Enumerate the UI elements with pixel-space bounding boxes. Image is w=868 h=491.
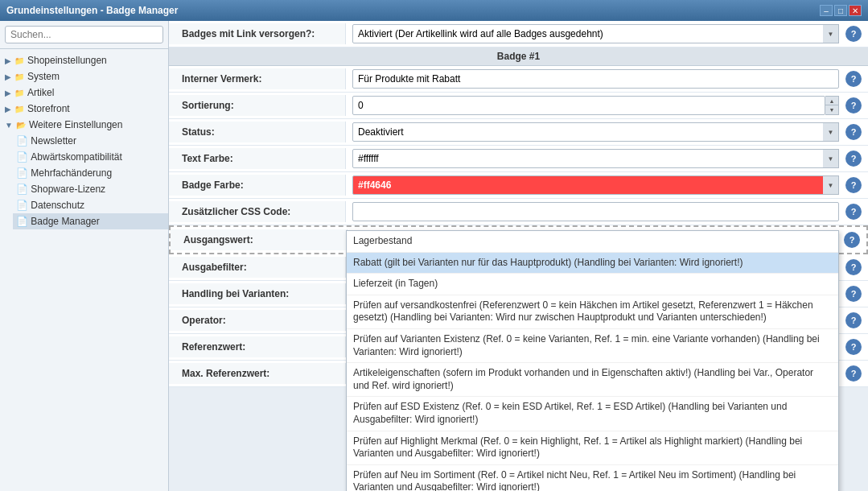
sidebar-label-datenschutz: Datenschutz — [31, 200, 84, 211]
dropdown-item-lagerbestand[interactable]: Lagerbestand — [347, 231, 838, 253]
doc-icon: 📄 — [16, 151, 28, 163]
expand-icon: ▶ — [5, 56, 11, 65]
close-button[interactable]: ✕ — [849, 5, 862, 16]
sidebar-item-shopeinstellungen[interactable]: ▶ 📁 Shopeinstellungen — [0, 52, 168, 68]
css-code-control: ? — [346, 199, 868, 225]
interner-vermerk-input[interactable] — [352, 69, 839, 89]
dropdown-item-rabatt[interactable]: Rabatt (gilt bei Varianten nur für das H… — [347, 253, 838, 274]
text-farbe-display — [352, 149, 839, 168]
text-farbe-input-wrapper: ▼ — [352, 149, 839, 168]
dropdown-item-varianten-existenz[interactable]: Prüfen auf Varianten Existenz (Ref. 0 = … — [347, 329, 838, 363]
sortierung-control: ▲ ▼ ? — [346, 93, 868, 118]
sidebar-item-newsletter[interactable]: 📄 Newsletter — [13, 133, 168, 149]
spin-up[interactable]: ▲ — [825, 97, 838, 105]
badges-link-help[interactable]: ? — [845, 26, 862, 42]
sidebar-tree: ▶ 📁 Shopeinstellungen ▶ 📁 System ▶ 📁 Art… — [0, 49, 168, 233]
text-farbe-help[interactable]: ? — [845, 151, 862, 167]
max-referenzwert-help[interactable]: ? — [845, 365, 862, 382]
css-code-help[interactable]: ? — [845, 204, 862, 220]
text-farbe-input[interactable] — [358, 153, 833, 164]
dropdown-item-lieferzeit[interactable]: Lieferzeit (in Tagen) — [347, 274, 838, 295]
sidebar-label-lizenz: Shopware-Lizenz — [31, 184, 105, 195]
dropdown-item-versandkostenfrei[interactable]: Prüfen auf versandkostenfrei (Referenzwe… — [347, 295, 838, 329]
maximize-button[interactable]: □ — [834, 5, 847, 16]
window-title: Grundeinstellungen - Badge Manager — [6, 5, 178, 16]
css-code-row: Zusätzlicher CSS Code: ? — [169, 199, 868, 225]
search-input[interactable] — [5, 26, 163, 43]
minimize-button[interactable]: – — [820, 5, 833, 16]
badge-farbe-arrow[interactable]: ▼ — [823, 175, 839, 195]
sidebar-item-abwaerts[interactable]: 📄 Abwärtskompatibilität — [13, 149, 168, 165]
expand-icon: ▶ — [5, 72, 11, 81]
dropdown-item-esd-existenz[interactable]: Prüfen auf ESD Existenz (Ref. 0 = kein E… — [347, 397, 838, 431]
status-control: Deaktiviert ▼ ? — [346, 119, 868, 145]
sortierung-input[interactable] — [352, 96, 825, 115]
handling-label: Handling bei Varianten: — [169, 283, 346, 304]
interner-vermerk-help[interactable]: ? — [845, 71, 862, 87]
badges-link-row: Badges mit Link versorgen?: Aktiviert (D… — [169, 21, 868, 47]
title-bar: Grundeinstellungen - Badge Manager – □ ✕ — [0, 0, 868, 21]
badge-farbe-input-wrapper: ▼ — [352, 175, 839, 195]
ausgabefilter-help[interactable]: ? — [845, 259, 862, 275]
badge-farbe-input[interactable] — [358, 179, 833, 191]
badge-section-header: Badge #1 — [169, 47, 868, 66]
badge-farbe-display — [352, 175, 839, 195]
operator-label: Operator: — [169, 310, 346, 331]
sidebar-item-weitere[interactable]: ▼ 📂 Weitere Einstellungen — [0, 117, 168, 133]
dropdown-item-artikeleigenschaften[interactable]: Artikeleigenschaften (sofern im Produkt … — [347, 363, 838, 397]
status-row: Status: Deaktiviert ▼ ? — [169, 119, 868, 146]
badges-link-arrow[interactable]: ▼ — [823, 24, 839, 43]
text-farbe-arrow[interactable]: ▼ — [823, 149, 839, 168]
sidebar-label-abwaerts: Abwärtskompatibilität — [31, 151, 121, 163]
folder-icon: 📁 — [14, 72, 24, 81]
referenzwert-help[interactable]: ? — [845, 339, 862, 355]
status-select-wrapper: Deaktiviert ▼ — [352, 122, 839, 142]
badge-farbe-help[interactable]: ? — [845, 177, 862, 193]
badge-farbe-control: ▼ ? — [346, 172, 868, 198]
sidebar-item-lizenz[interactable]: 📄 Shopware-Lizenz — [13, 181, 168, 197]
status-label: Status: — [169, 122, 346, 142]
badges-link-select[interactable]: Aktiviert (Der Artikellink wird auf alle… — [352, 24, 839, 43]
status-select[interactable]: Deaktiviert — [352, 122, 839, 142]
handling-help[interactable]: ? — [845, 286, 862, 302]
sidebar-item-system[interactable]: ▶ 📁 System — [0, 68, 168, 85]
css-code-label: Zusätzlicher CSS Code: — [169, 201, 346, 222]
text-farbe-label: Text Farbe: — [169, 148, 346, 169]
sidebar-label-shopeinstellungen: Shopeinstellungen — [27, 55, 107, 66]
text-farbe-control: ▼ ? — [346, 146, 868, 171]
sidebar-item-artikel[interactable]: ▶ 📁 Artikel — [0, 85, 168, 101]
window-controls: – □ ✕ — [820, 5, 862, 16]
sidebar-item-datenschutz[interactable]: 📄 Datenschutz — [13, 197, 168, 213]
folder-icon: 📁 — [14, 89, 24, 97]
sortierung-help[interactable]: ? — [845, 97, 862, 113]
css-code-input[interactable] — [352, 202, 839, 221]
sidebar-item-mehrfach[interactable]: 📄 Mehrfachänderung — [13, 165, 168, 181]
dropdown-item-neu-sortiment[interactable]: Prüfen auf Neu im Sortiment (Ref. 0 = Ar… — [347, 465, 838, 491]
doc-icon: 📄 — [16, 135, 28, 146]
ausgangswert-label: Ausgangswert: — [171, 229, 348, 250]
interner-vermerk-control: ? — [346, 66, 868, 92]
doc-icon: 📄 — [16, 216, 28, 227]
doc-icon: 📄 — [16, 184, 28, 195]
text-farbe-row: Text Farbe: ▼ ? — [169, 146, 868, 172]
ausgabefilter-label: Ausgabefilter: — [169, 257, 346, 278]
dropdown-item-highlight-merkmal[interactable]: Prüfen auf Highlight Merkmal (Ref. 0 = k… — [347, 431, 838, 465]
expand-icon: ▼ — [5, 121, 13, 130]
status-arrow[interactable]: ▼ — [823, 122, 839, 142]
sidebar-label-badge-manager: Badge Manager — [31, 216, 99, 227]
main-container: ▶ 📁 Shopeinstellungen ▶ 📁 System ▶ 📁 Art… — [0, 21, 868, 491]
sidebar-item-badge-manager[interactable]: 📄 Badge Manager — [13, 213, 168, 229]
sidebar-label-system: System — [27, 71, 60, 82]
sidebar-item-storefront[interactable]: ▶ 📁 Storefront — [0, 101, 168, 117]
expand-icon: ▶ — [5, 105, 11, 113]
interner-vermerk-label: Interner Vermerk: — [169, 68, 346, 89]
referenzwert-label: Referenzwert: — [169, 336, 346, 357]
ausgangswert-dropdown: LagerbestandRabatt (gilt bei Varianten n… — [346, 230, 839, 491]
ausgangswert-help[interactable]: ? — [844, 232, 860, 248]
spin-down[interactable]: ▼ — [825, 105, 838, 114]
operator-help[interactable]: ? — [845, 312, 862, 328]
folder-icon: 📁 — [14, 105, 24, 113]
max-referenzwert-label: Max. Referenzwert: — [169, 363, 346, 384]
sidebar-label-mehrfach: Mehrfachänderung — [31, 167, 112, 179]
status-help[interactable]: ? — [845, 124, 862, 140]
